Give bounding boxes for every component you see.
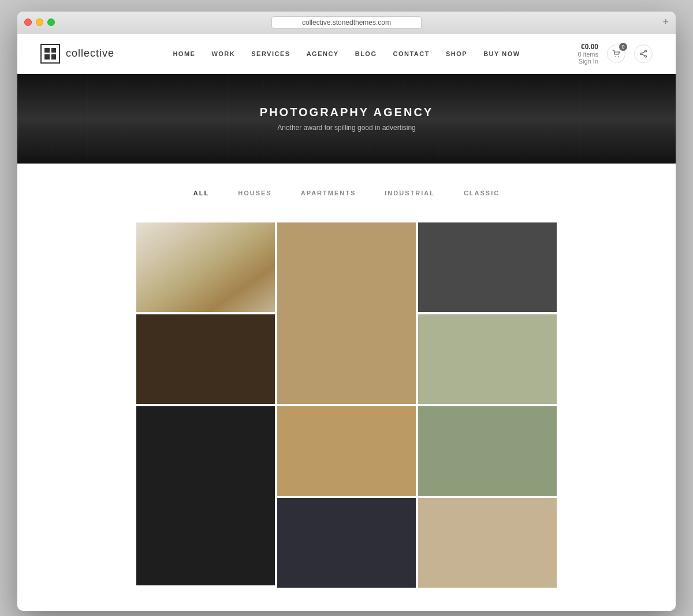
browser-titlebar: collective.stonedthemes.com + [17,12,676,34]
browser-traffic-lights [24,18,55,26]
filter-section: ALL HOUSES APARTMENTS INDUSTRIAL CLASSIC [17,164,676,217]
svg-rect-70 [136,556,275,585]
address-bar[interactable]: collective.stonedthemes.com [271,16,422,29]
cart-button[interactable]: 0 [607,44,625,63]
svg-rect-96 [479,461,487,470]
url-text: collective.stonedthemes.com [302,18,391,27]
svg-marker-85 [485,415,557,431]
svg-rect-82 [418,406,557,496]
svg-rect-55 [148,412,152,580]
website-content: collective HOME WORK SERVICES AGENCY BLO… [17,34,676,611]
gallery-item-4[interactable] [136,314,275,404]
svg-rect-11 [159,269,252,271]
filter-all[interactable]: ALL [193,187,209,199]
svg-rect-101 [289,498,293,588]
share-icon [639,50,647,58]
nav-blog[interactable]: BLOG [355,50,377,57]
nav-agency[interactable]: AGENCY [307,50,339,57]
svg-rect-65 [228,417,258,452]
svg-rect-63 [152,417,182,452]
logo-area[interactable]: collective [40,44,144,64]
svg-rect-24 [364,280,410,350]
svg-point-0 [615,56,616,57]
svg-rect-47 [453,361,522,404]
filter-houses[interactable]: HOUSES [238,187,271,199]
cart-badge: 0 [619,43,627,51]
nav-home[interactable]: HOME [173,50,195,57]
nav-buy-now[interactable]: BUY NOW [483,50,520,57]
svg-rect-86 [418,464,557,496]
site-header: collective HOME WORK SERVICES AGENCY BLO… [17,34,676,74]
logo-icon [40,44,60,64]
browser-window: collective.stonedthemes.com + collective… [17,12,676,611]
gallery-item-6[interactable] [418,406,557,496]
hero-banner: PHOTOGRAPHY AGENCY Another award for spi… [17,74,676,164]
nav-work[interactable]: WORK [211,50,235,57]
photo-svg-8 [277,406,416,496]
svg-rect-50 [496,366,511,381]
svg-point-98 [500,431,520,451]
svg-rect-100 [277,498,416,510]
filter-apartments[interactable]: APARTMENTS [301,187,356,199]
new-tab-button[interactable]: + [662,16,669,28]
svg-rect-66 [152,457,182,496]
logo-dot-2 [51,48,57,53]
filter-classic[interactable]: CLASSIC [464,187,500,199]
nav-services[interactable]: SERVICES [251,50,290,57]
svg-rect-42 [191,381,220,401]
gallery-item-10[interactable] [277,498,416,588]
svg-rect-57 [223,412,228,580]
minimize-button[interactable] [36,18,43,26]
svg-rect-62 [148,539,262,544]
svg-rect-105 [329,553,346,565]
svg-point-1 [618,56,619,57]
svg-marker-48 [447,329,528,348]
sign-in-link[interactable]: Sign In [578,58,598,65]
gallery-item-7[interactable] [136,406,275,585]
cart-icon [612,50,620,58]
svg-line-19 [332,222,335,326]
svg-rect-49 [464,366,479,381]
svg-rect-110 [493,498,557,588]
svg-point-43 [197,388,214,397]
svg-rect-93 [444,461,453,470]
svg-rect-112 [539,498,557,588]
svg-point-4 [640,53,642,54]
svg-rect-84 [487,429,557,476]
gallery-item-11[interactable] [418,498,557,588]
maximize-button[interactable] [47,18,55,26]
svg-line-10 [182,234,252,303]
photo-svg-11 [418,498,557,588]
cart-items-count: 0 items [578,51,598,58]
svg-rect-54 [136,406,275,585]
gallery-item-3[interactable] [418,222,557,312]
cart-price: €0.00 [578,43,598,51]
gallery-item-2[interactable] [277,222,416,404]
share-button[interactable] [634,44,653,63]
photo-svg-10 [277,498,416,588]
svg-rect-109 [418,498,557,588]
svg-line-9 [171,234,240,303]
svg-rect-29 [476,228,511,274]
nav-shop[interactable]: SHOP [446,50,467,57]
gallery-item-8[interactable] [277,406,416,496]
svg-rect-58 [258,412,262,580]
svg-rect-21 [277,367,416,404]
logo-dot-4 [51,54,57,60]
gallery-item-5[interactable] [418,314,557,404]
photo-svg-3 [418,222,557,312]
svg-rect-106 [332,565,335,573]
svg-rect-111 [493,498,505,588]
photo-svg-6 [418,406,557,496]
nav-contact[interactable]: CONTACT [393,50,429,57]
svg-rect-8 [136,222,275,312]
svg-rect-45 [418,314,557,361]
svg-rect-15 [136,222,165,312]
gallery-item-1[interactable] [136,222,275,312]
svg-rect-72 [277,406,416,496]
svg-rect-94 [456,461,464,470]
svg-point-53 [529,353,550,374]
svg-rect-68 [152,500,267,539]
filter-industrial[interactable]: INDUSTRIAL [385,187,435,199]
close-button[interactable] [24,18,32,26]
